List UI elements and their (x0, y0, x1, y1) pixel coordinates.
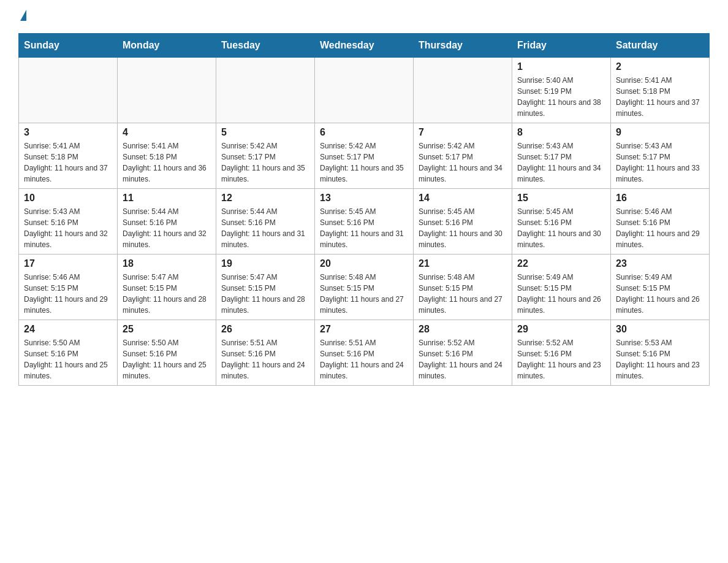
day-info: Sunrise: 5:43 AM Sunset: 5:16 PM Dayligh… (24, 206, 112, 250)
calendar-table: SundayMondayTuesdayWednesdayThursdayFrid… (18, 33, 710, 386)
calendar-cell: 25Sunrise: 5:50 AM Sunset: 5:16 PM Dayli… (118, 320, 216, 386)
calendar-cell: 2Sunrise: 5:41 AM Sunset: 5:18 PM Daylig… (611, 58, 710, 123)
day-number: 9 (616, 127, 704, 138)
weekday-header-wednesday: Wednesday (315, 34, 414, 58)
weekday-header-row: SundayMondayTuesdayWednesdayThursdayFrid… (19, 34, 710, 58)
day-info: Sunrise: 5:41 AM Sunset: 5:18 PM Dayligh… (616, 75, 704, 119)
day-info: Sunrise: 5:48 AM Sunset: 5:15 PM Dayligh… (419, 272, 507, 316)
day-info: Sunrise: 5:49 AM Sunset: 5:15 PM Dayligh… (517, 272, 605, 316)
calendar-cell: 6Sunrise: 5:42 AM Sunset: 5:17 PM Daylig… (315, 123, 414, 189)
calendar-cell: 16Sunrise: 5:46 AM Sunset: 5:16 PM Dayli… (611, 189, 710, 255)
day-info: Sunrise: 5:49 AM Sunset: 5:15 PM Dayligh… (616, 272, 704, 316)
day-number: 17 (24, 258, 112, 269)
day-info: Sunrise: 5:41 AM Sunset: 5:18 PM Dayligh… (123, 140, 211, 185)
day-number: 5 (221, 127, 309, 138)
day-number: 20 (320, 258, 408, 269)
day-number: 13 (320, 193, 408, 204)
calendar-cell: 14Sunrise: 5:45 AM Sunset: 5:16 PM Dayli… (414, 189, 512, 255)
day-info: Sunrise: 5:46 AM Sunset: 5:16 PM Dayligh… (616, 206, 704, 250)
day-info: Sunrise: 5:44 AM Sunset: 5:16 PM Dayligh… (123, 206, 211, 250)
calendar-cell: 20Sunrise: 5:48 AM Sunset: 5:15 PM Dayli… (315, 255, 414, 320)
day-info: Sunrise: 5:42 AM Sunset: 5:17 PM Dayligh… (419, 140, 507, 185)
calendar-cell: 18Sunrise: 5:47 AM Sunset: 5:15 PM Dayli… (118, 255, 216, 320)
logo-triangle-icon (20, 10, 26, 21)
day-number: 21 (419, 258, 507, 269)
calendar-cell (118, 58, 216, 123)
day-info: Sunrise: 5:51 AM Sunset: 5:16 PM Dayligh… (221, 337, 309, 381)
day-info: Sunrise: 5:43 AM Sunset: 5:17 PM Dayligh… (616, 140, 704, 185)
day-info: Sunrise: 5:52 AM Sunset: 5:16 PM Dayligh… (419, 337, 507, 381)
calendar-cell: 10Sunrise: 5:43 AM Sunset: 5:16 PM Dayli… (19, 189, 118, 255)
day-number: 27 (320, 324, 408, 335)
day-number: 2 (616, 61, 704, 72)
day-info: Sunrise: 5:53 AM Sunset: 5:16 PM Dayligh… (616, 337, 704, 381)
calendar-cell: 4Sunrise: 5:41 AM Sunset: 5:18 PM Daylig… (118, 123, 216, 189)
calendar-cell: 24Sunrise: 5:50 AM Sunset: 5:16 PM Dayli… (19, 320, 118, 386)
calendar-cell (216, 58, 315, 123)
calendar-cell: 27Sunrise: 5:51 AM Sunset: 5:16 PM Dayli… (315, 320, 414, 386)
day-number: 15 (517, 193, 605, 204)
day-info: Sunrise: 5:50 AM Sunset: 5:16 PM Dayligh… (24, 337, 112, 381)
calendar-cell (19, 58, 118, 123)
day-number: 29 (517, 324, 605, 335)
calendar-cell: 11Sunrise: 5:44 AM Sunset: 5:16 PM Dayli… (118, 189, 216, 255)
calendar-cell: 26Sunrise: 5:51 AM Sunset: 5:16 PM Dayli… (216, 320, 315, 386)
day-info: Sunrise: 5:42 AM Sunset: 5:17 PM Dayligh… (320, 140, 408, 185)
calendar-cell: 23Sunrise: 5:49 AM Sunset: 5:15 PM Dayli… (611, 255, 710, 320)
calendar-cell: 30Sunrise: 5:53 AM Sunset: 5:16 PM Dayli… (611, 320, 710, 386)
logo (18, 12, 26, 21)
day-info: Sunrise: 5:48 AM Sunset: 5:15 PM Dayligh… (320, 272, 408, 316)
day-number: 28 (419, 324, 507, 335)
day-number: 16 (616, 193, 704, 204)
calendar-cell (414, 58, 512, 123)
day-number: 26 (221, 324, 309, 335)
day-number: 18 (123, 258, 211, 269)
day-info: Sunrise: 5:44 AM Sunset: 5:16 PM Dayligh… (221, 206, 309, 250)
day-number: 22 (517, 258, 605, 269)
weekday-header-tuesday: Tuesday (216, 34, 315, 58)
day-number: 30 (616, 324, 704, 335)
day-info: Sunrise: 5:43 AM Sunset: 5:17 PM Dayligh… (517, 140, 605, 185)
weekday-header-thursday: Thursday (414, 34, 512, 58)
day-number: 14 (419, 193, 507, 204)
calendar-week-row: 3Sunrise: 5:41 AM Sunset: 5:18 PM Daylig… (19, 123, 710, 189)
calendar-week-row: 24Sunrise: 5:50 AM Sunset: 5:16 PM Dayli… (19, 320, 710, 386)
day-number: 19 (221, 258, 309, 269)
day-number: 6 (320, 127, 408, 138)
page-header (18, 12, 710, 21)
calendar-cell: 28Sunrise: 5:52 AM Sunset: 5:16 PM Dayli… (414, 320, 512, 386)
day-info: Sunrise: 5:45 AM Sunset: 5:16 PM Dayligh… (320, 206, 408, 250)
day-number: 24 (24, 324, 112, 335)
calendar-cell: 15Sunrise: 5:45 AM Sunset: 5:16 PM Dayli… (512, 189, 611, 255)
calendar-cell: 3Sunrise: 5:41 AM Sunset: 5:18 PM Daylig… (19, 123, 118, 189)
weekday-header-friday: Friday (512, 34, 611, 58)
day-info: Sunrise: 5:41 AM Sunset: 5:18 PM Dayligh… (24, 140, 112, 185)
day-info: Sunrise: 5:52 AM Sunset: 5:16 PM Dayligh… (517, 337, 605, 381)
calendar-cell: 8Sunrise: 5:43 AM Sunset: 5:17 PM Daylig… (512, 123, 611, 189)
day-info: Sunrise: 5:45 AM Sunset: 5:16 PM Dayligh… (419, 206, 507, 250)
calendar-cell (315, 58, 414, 123)
weekday-header-monday: Monday (118, 34, 216, 58)
day-number: 11 (123, 193, 211, 204)
calendar-cell: 9Sunrise: 5:43 AM Sunset: 5:17 PM Daylig… (611, 123, 710, 189)
calendar-week-row: 10Sunrise: 5:43 AM Sunset: 5:16 PM Dayli… (19, 189, 710, 255)
day-number: 7 (419, 127, 507, 138)
calendar-cell: 7Sunrise: 5:42 AM Sunset: 5:17 PM Daylig… (414, 123, 512, 189)
calendar-week-row: 17Sunrise: 5:46 AM Sunset: 5:15 PM Dayli… (19, 255, 710, 320)
day-info: Sunrise: 5:47 AM Sunset: 5:15 PM Dayligh… (123, 272, 211, 316)
day-number: 25 (123, 324, 211, 335)
day-info: Sunrise: 5:47 AM Sunset: 5:15 PM Dayligh… (221, 272, 309, 316)
calendar-cell: 21Sunrise: 5:48 AM Sunset: 5:15 PM Dayli… (414, 255, 512, 320)
day-info: Sunrise: 5:40 AM Sunset: 5:19 PM Dayligh… (517, 75, 605, 119)
calendar-week-row: 1Sunrise: 5:40 AM Sunset: 5:19 PM Daylig… (19, 58, 710, 123)
weekday-header-saturday: Saturday (611, 34, 710, 58)
day-info: Sunrise: 5:50 AM Sunset: 5:16 PM Dayligh… (123, 337, 211, 381)
day-info: Sunrise: 5:51 AM Sunset: 5:16 PM Dayligh… (320, 337, 408, 381)
calendar-cell: 12Sunrise: 5:44 AM Sunset: 5:16 PM Dayli… (216, 189, 315, 255)
day-number: 12 (221, 193, 309, 204)
day-number: 8 (517, 127, 605, 138)
calendar-cell: 13Sunrise: 5:45 AM Sunset: 5:16 PM Dayli… (315, 189, 414, 255)
day-number: 23 (616, 258, 704, 269)
calendar-cell: 1Sunrise: 5:40 AM Sunset: 5:19 PM Daylig… (512, 58, 611, 123)
calendar-cell: 17Sunrise: 5:46 AM Sunset: 5:15 PM Dayli… (19, 255, 118, 320)
